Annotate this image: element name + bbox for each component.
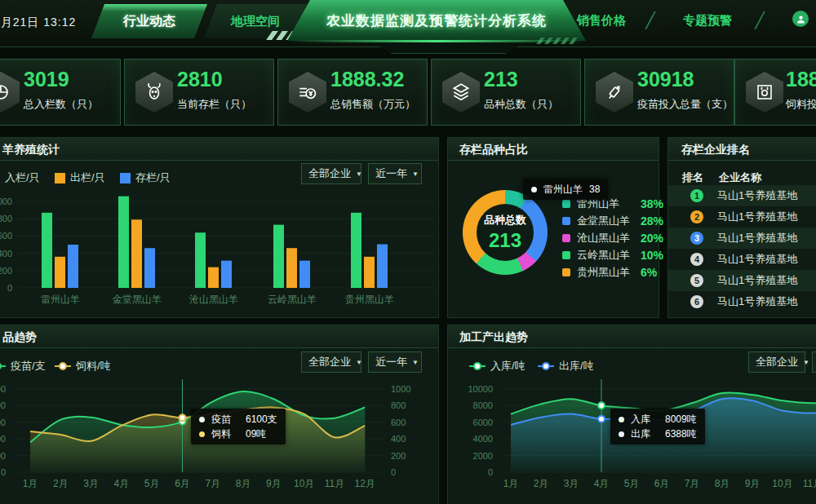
chevron-down-icon: ▼ (356, 170, 362, 178)
tooltip-dot (199, 431, 205, 437)
banner-notch (359, 42, 539, 54)
legend-swatch (562, 268, 570, 276)
chevron-down-icon: ▼ (412, 359, 419, 366)
tab-label: 地理空间 (231, 14, 280, 29)
svg-text:9月: 9月 (745, 478, 761, 489)
panel-header: 存栏企业排名 (668, 138, 816, 161)
panel-title: 品趋势 (2, 330, 37, 345)
chevron-down-icon: ▼ (356, 359, 362, 366)
tab-industry-news[interactable]: 行业动态 (91, 4, 207, 38)
pie-legend-item[interactable]: 金堂黑山羊28% (562, 212, 663, 229)
dropdown-value: 全部企业 (756, 355, 798, 369)
svg-text:0: 0 (488, 467, 493, 477)
rank-badge: 4 (690, 253, 703, 266)
tooltip-dot (199, 417, 205, 422)
company-filter-dropdown[interactable]: 全部企业 ▼ (748, 351, 805, 373)
ranking-row[interactable]: 5马山1号养殖基地 (668, 270, 816, 291)
svg-text:7月: 7月 (685, 478, 700, 489)
svg-text:雷州山羊: 雷州山羊 (41, 294, 80, 305)
svg-text:贵州黑山羊: 贵州黑山羊 (345, 294, 394, 305)
svg-text:1000: 1000 (391, 384, 410, 394)
svg-text:10月: 10月 (294, 478, 314, 489)
tab-alerts[interactable]: 专题预警 (683, 13, 732, 29)
svg-text:2000: 2000 (0, 451, 6, 461)
dropdown-value: 全部企业 (308, 355, 351, 369)
legend-swatch (562, 234, 570, 242)
dropdown-value: 近一年 (375, 355, 407, 369)
svg-text:6000: 6000 (0, 418, 6, 427)
stat-card-current-stock: 2810 当前存栏（只） (124, 59, 274, 126)
pie-legend-item[interactable]: 沧山黑山羊20% (562, 229, 663, 246)
legend-line (55, 365, 71, 367)
system-title-banner: 农业数据监测及预警统计分析系统 (287, 0, 586, 41)
legend-percent: 10% (641, 249, 663, 262)
tooltip-value: 6388吨 (665, 427, 697, 441)
ranking-row[interactable]: 6马山1号养殖基地 (668, 291, 816, 312)
svg-text:8月: 8月 (236, 478, 251, 489)
ranking-row[interactable]: 4马山1号养殖基地 (668, 249, 816, 270)
svg-text:10000: 10000 (468, 384, 493, 394)
stat-label: 饲料投入 (786, 97, 816, 112)
legend-percent: 28% (641, 214, 663, 228)
feed-box-icon (746, 72, 783, 113)
svg-text:云岭黑山羊: 云岭黑山羊 (268, 294, 317, 305)
legend-swatch (562, 217, 570, 225)
svg-text:2月: 2月 (53, 478, 69, 489)
svg-text:800: 800 (0, 214, 12, 223)
pie-legend-item[interactable]: 云岭黑山羊10% (562, 246, 663, 263)
pie-legend-item[interactable]: 贵州黑山羊6% (562, 263, 663, 281)
svg-text:6月: 6月 (654, 478, 670, 489)
panel-title: 加工产出趋势 (459, 330, 528, 345)
svg-text:10000: 10000 (0, 384, 6, 394)
company-name: 马山1号养殖基地 (717, 294, 797, 309)
svg-text:4月: 4月 (594, 478, 610, 489)
rank-badge: 5 (690, 274, 703, 287)
ranking-row[interactable]: 2马山1号养殖基地 (668, 206, 816, 228)
breeding-bar-chart[interactable]: 02004006008001000雷州山羊金堂黑山羊沧山黑山羊云岭黑山羊贵州黑山… (0, 183, 440, 314)
svg-text:200: 200 (391, 451, 406, 461)
panel-header: 品趋势 (0, 325, 438, 348)
banner-glow-line (287, 40, 586, 42)
stat-value: 213 (484, 68, 518, 91)
ranking-row[interactable]: 3马山1号养殖基地 (668, 228, 816, 249)
svg-text:5月: 5月 (144, 478, 160, 489)
ranking-row[interactable]: 1马山1号养殖基地 (668, 185, 816, 206)
svg-text:1000: 1000 (0, 197, 12, 206)
svg-text:9月: 9月 (266, 478, 282, 489)
tab-label: 行业动态 (123, 13, 175, 30)
page-title: 农业数据监测及预警统计分析系统 (326, 11, 547, 30)
company-name: 马山1号养殖基地 (717, 231, 797, 245)
panel-variety-share: 存栏品种占比 品种总数 213 雷州山羊38%金堂黑山羊28%沧山黑山羊20%云… (447, 137, 659, 318)
dashboard: 1月21日 13:12 行业动态 地理空间 农业数据监测及预警统计分析系统 销售… (0, 0, 816, 504)
tooltip-dot (619, 431, 624, 437)
svg-text:8000: 8000 (473, 400, 493, 410)
inputs-tooltip: 疫苗 6100支 饲料 09吨 (191, 409, 286, 444)
ranking-list: 1马山1号养殖基地2马山1号养殖基地3马山1号养殖基地4马山1号养殖基地5马山1… (668, 185, 816, 312)
company-filter-dropdown[interactable]: 全部企业 ▼ (301, 351, 361, 373)
time-filter-dropdown[interactable]: 近一年 ▼ (368, 351, 422, 373)
tooltip-value: 6100支 (246, 413, 277, 427)
company-name: 马山1号养殖基地 (717, 210, 797, 224)
tooltip-name: 饲料 (211, 427, 239, 441)
time-filter-dropdown[interactable]: 近一年 ▼ (368, 163, 422, 184)
pie-legend: 雷州山羊38%金堂黑山羊28%沧山黑山羊20%云岭黑山羊10%贵州黑山羊6% (562, 195, 663, 281)
legend-label: 沧山黑山羊 (577, 231, 641, 245)
stat-card-feed-total: 188 饲料投入 (734, 59, 816, 126)
datetime-label: 1月21日 13:12 (0, 15, 76, 30)
svg-text:0: 0 (1, 467, 6, 477)
panel-title: 存栏品种占比 (459, 143, 528, 157)
goat-icon (135, 72, 173, 113)
legend-percent: 38% (641, 197, 663, 210)
stat-card-vaccine-total: 30918 疫苗投入总量（支） (584, 59, 734, 126)
stat-card-total-in: 3019 总入栏数（只） (0, 59, 121, 126)
company-filter-dropdown[interactable]: 全部企业 ▼ (301, 163, 361, 184)
user-avatar-icon[interactable] (792, 11, 809, 27)
tooltip-name: 出库 (631, 427, 659, 441)
layers-icon (442, 72, 480, 113)
svg-text:1月: 1月 (23, 478, 38, 489)
svg-text:11月: 11月 (325, 478, 344, 489)
stat-label: 总销售额（万元） (330, 97, 415, 112)
tab-sale-price[interactable]: 销售价格 (577, 13, 626, 29)
svg-text:600: 600 (391, 418, 406, 427)
time-filter-dropdown[interactable]: 近一年 ▼ (812, 351, 816, 373)
